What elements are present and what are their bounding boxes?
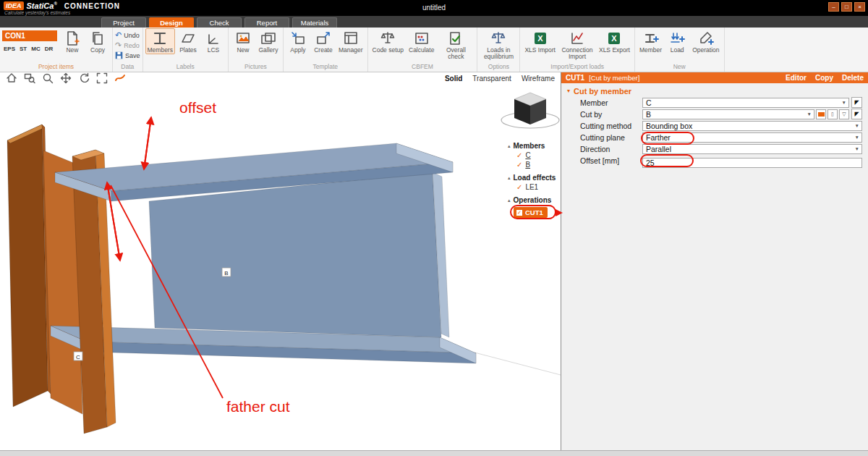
fit-view-icon [96, 72, 108, 84]
close-button[interactable]: × [854, 2, 865, 12]
axes-icon [205, 30, 221, 46]
zoom-button[interactable] [42, 72, 54, 84]
redo-button[interactable]: ↷Redo [115, 41, 140, 50]
beam-member-b[interactable] [55, 143, 453, 337]
cut-part-button[interactable]: ▯ [827, 109, 838, 119]
lcs-labels-toggle[interactable]: LCS [201, 28, 226, 54]
filter-button[interactable]: ▽ [839, 109, 849, 119]
new-document-icon [64, 30, 80, 46]
3d-viewport[interactable]: B C [0, 84, 561, 450]
picture-icon [235, 30, 251, 46]
tab-report[interactable]: Report [244, 17, 289, 28]
template-manager-button[interactable]: Manager [336, 28, 365, 54]
new-picture-button[interactable]: New [231, 28, 255, 54]
cut-by-dropdown[interactable]: B ▼ [642, 109, 814, 119]
overall-check-button[interactable]: Overall check [437, 28, 475, 61]
view-mode-solid[interactable]: Solid [445, 75, 462, 83]
copy-project-item-button[interactable]: Copy [85, 28, 110, 54]
prop-row-cutting-method: Cutting method Bounding box ▼ [561, 120, 868, 131]
tree-operation-cut1[interactable]: ✓CUT1 [514, 207, 548, 218]
redraw-button[interactable] [114, 72, 126, 84]
weld-icon [818, 112, 825, 117]
home-view-button[interactable] [6, 72, 17, 84]
titlebar: IDEA StatiCa® CONNECTION Calculate yeste… [0, 0, 868, 16]
prop-row-member: Member C ▼ ◤ [561, 97, 868, 108]
tree-operations-header[interactable]: ▴Operations [496, 195, 561, 205]
maximize-button[interactable]: □ [841, 2, 852, 12]
mode-mc[interactable]: MC [31, 46, 40, 52]
xls-export-button[interactable]: X XLS Export [597, 28, 632, 54]
calculate-button[interactable]: Calculate [407, 28, 436, 54]
tree-member-c[interactable]: ✓C [496, 151, 561, 160]
offset-input[interactable] [642, 158, 862, 168]
new-operation-button[interactable]: Operation [690, 28, 721, 54]
funnel-icon: ▽ [842, 111, 846, 117]
save-icon [115, 51, 123, 59]
members-labels-toggle[interactable]: Members [145, 28, 175, 54]
ribbon-group-template: Apply Create Manager Template [284, 28, 368, 72]
prop-row-cut-by: Cut by B ▼ ▯ ▽ ◤ [561, 109, 868, 119]
svg-text:B: B [224, 270, 228, 276]
plate-icon [180, 30, 196, 46]
logo-tagline: Calculate yesterday's estimates [4, 10, 70, 15]
collapse-icon: ▴ [508, 198, 511, 203]
direction-dropdown[interactable]: Parallel ▼ [642, 144, 862, 154]
tree-load-effects-header[interactable]: ▴Load effects [496, 173, 561, 182]
copy-operation-button[interactable]: Copy [815, 74, 833, 82]
idea-logo-icon: IDEA [4, 1, 24, 10]
checkbox-icon: ✓ [516, 210, 522, 216]
code-setup-button[interactable]: Code setup [370, 28, 406, 54]
create-template-button[interactable]: Create [311, 28, 336, 54]
weld-type-button[interactable] [816, 109, 826, 119]
undo-button[interactable]: ↶Undo [115, 30, 140, 40]
loads-in-equilibrium-button[interactable]: Loads in equilibrium [480, 28, 517, 61]
member-dropdown[interactable]: C ▼ [642, 98, 849, 108]
member-label-b: B [222, 268, 231, 276]
properties-panel: CUT1 [Cut by member] Editor Copy Delete … [561, 72, 868, 450]
mode-eps[interactable]: EPS [4, 46, 15, 52]
new-project-item-button[interactable]: New [60, 28, 85, 54]
section-cut-by-member[interactable]: ▾ Cut by member [561, 85, 868, 97]
navigation-cube[interactable] [501, 93, 559, 128]
mode-dr[interactable]: DR [45, 46, 54, 52]
member-scene-picker-button[interactable]: ◤ [851, 97, 862, 108]
ribbon-group-labels: Members Plates LCS Labels [143, 28, 229, 72]
pan-button[interactable] [60, 72, 72, 84]
save-button[interactable]: Save [115, 51, 140, 60]
column-member-c[interactable] [7, 124, 82, 414]
zoom-extents-button[interactable] [96, 72, 108, 84]
minimize-button[interactable]: – [828, 2, 839, 12]
tab-project[interactable]: Project [101, 17, 146, 28]
tree-load-le1[interactable]: ✓LE1 [496, 182, 561, 192]
apply-template-icon [290, 30, 306, 46]
mode-st[interactable]: ST [20, 46, 27, 52]
view-mode-wireframe[interactable]: Wireframe [522, 75, 555, 83]
new-member-button[interactable]: Member [637, 28, 664, 54]
cutting-method-dropdown[interactable]: Bounding box ▼ [642, 121, 862, 131]
connection-item-button[interactable]: CON1 [2, 30, 57, 41]
tab-materials[interactable]: Materials [292, 17, 337, 28]
gallery-button[interactable]: Gallery [256, 28, 281, 54]
xls-import-button[interactable]: X XLS Import [522, 28, 558, 54]
group-label: Labels [145, 63, 226, 72]
rotate-button[interactable] [78, 72, 90, 84]
plates-labels-toggle[interactable]: Plates [176, 28, 200, 54]
delete-operation-button[interactable]: Delete [842, 74, 864, 82]
tab-check[interactable]: Check [197, 17, 242, 28]
editor-button[interactable]: Editor [786, 74, 807, 82]
cutting-plane-dropdown[interactable]: Farther ▼ [642, 132, 862, 143]
xls-icon: X [606, 30, 622, 46]
tree-member-b[interactable]: ✓B [496, 160, 561, 169]
connection-import-button[interactable]: Connection Import [558, 28, 596, 61]
new-load-button[interactable]: Load [665, 28, 689, 54]
tree-members-header[interactable]: ▴Members [496, 141, 561, 151]
zoom-window-button[interactable] [24, 72, 35, 84]
tab-design[interactable]: Design [149, 17, 194, 28]
status-bar [0, 450, 868, 456]
gallery-icon [260, 30, 276, 46]
view-mode-transparent[interactable]: Transparent [472, 75, 511, 83]
ribbon-group-cbfem: Code setup Calculate Overall check CBFEM [368, 28, 478, 72]
redo-icon: ↷ [115, 41, 122, 49]
apply-template-button[interactable]: Apply [286, 28, 310, 54]
cut-by-scene-picker-button[interactable]: ◤ [851, 109, 862, 119]
